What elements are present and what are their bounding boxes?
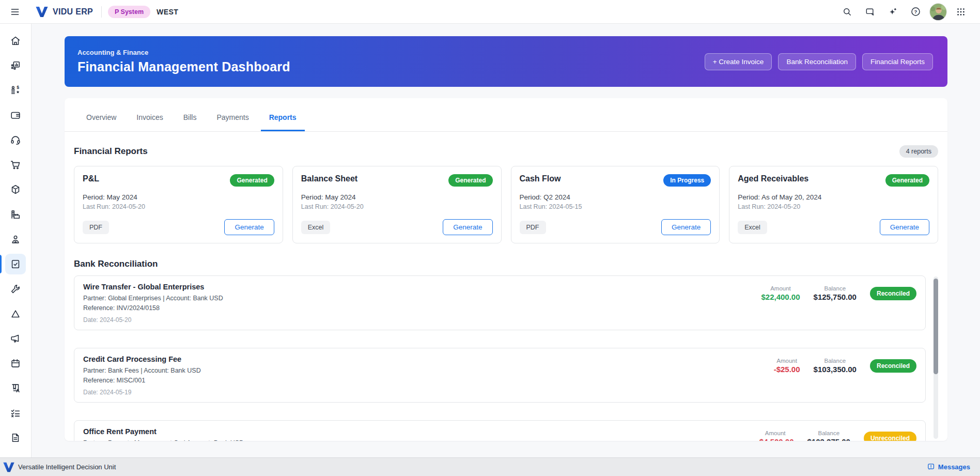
sidebar-item-inventory[interactable] xyxy=(5,179,26,200)
reconciliation-row[interactable]: Wire Transfer - Global Enterprises Partn… xyxy=(74,275,926,330)
sidebar-item-wallet[interactable] xyxy=(5,105,26,126)
region-label: WEST xyxy=(157,8,178,16)
report-last-run: Last Run: 2024-05-15 xyxy=(520,203,711,210)
page-title: Financial Management Dashboard xyxy=(77,59,290,74)
page-header-banner: Accounting & Finance Financial Managemen… xyxy=(65,36,947,87)
avatar[interactable] xyxy=(929,3,947,21)
amount-label: Amount xyxy=(761,285,800,291)
report-last-run: Last Run: 2024-05-20 xyxy=(301,203,493,210)
sidebar-item-hr[interactable] xyxy=(5,229,26,250)
sidebar-item-calendar[interactable] xyxy=(5,353,26,374)
status-badge: In Progress xyxy=(663,174,711,187)
apps-grid-icon[interactable] xyxy=(952,3,970,21)
reconciliation-status-badge: Reconciled xyxy=(870,359,916,373)
transaction-reference: Reference: INV/2024/0158 xyxy=(83,304,223,312)
report-period: Period: As of May 20, 2024 xyxy=(738,193,929,201)
reconciliation-row[interactable]: Office Rent Payment Partner: Property Ma… xyxy=(74,420,926,441)
balance-label: Balance xyxy=(814,285,857,291)
report-card-cash-flow: Cash Flow In Progress Period: Q2 2024 La… xyxy=(511,166,720,243)
amount-label: Amount xyxy=(774,358,800,364)
balance-value: $103,375.00 xyxy=(807,437,850,441)
format-chip: Excel xyxy=(738,221,767,234)
report-last-run: Last Run: 2024-05-20 xyxy=(83,203,274,210)
brand[interactable]: VIDU ERP xyxy=(35,6,93,18)
tab-reports[interactable]: Reports xyxy=(261,104,305,131)
report-title: P&L xyxy=(83,174,99,183)
messages-button[interactable]: Messages xyxy=(927,463,970,471)
report-card-pl: P&L Generated Period: May 2024 Last Run:… xyxy=(74,166,283,243)
chat-icon[interactable] xyxy=(861,3,879,21)
brand-name: VIDU ERP xyxy=(53,7,93,17)
report-card-aged-receivables: Aged Receivables Generated Period: As of… xyxy=(729,166,938,243)
tab-bills[interactable]: Bills xyxy=(175,104,205,131)
sidebar-item-sales[interactable]: $ xyxy=(5,80,26,101)
generate-button[interactable]: Generate xyxy=(443,219,492,235)
sidebar-item-analytics[interactable] xyxy=(5,55,26,76)
sidebar-item-tools[interactable] xyxy=(5,279,26,299)
transaction-partner: Partner: Bank Fees | Account: Bank USD xyxy=(83,367,201,374)
balance-value: $125,750.00 xyxy=(814,293,857,301)
footer-brand-text: Versatile Intelligent Decision Unit xyxy=(18,463,116,471)
bank-reconciliation-button[interactable]: Bank Reconciliation xyxy=(778,53,856,70)
transaction-title: Credit Card Processing Fee xyxy=(83,355,201,363)
transaction-title: Wire Transfer - Global Enterprises xyxy=(83,283,223,291)
generate-button[interactable]: Generate xyxy=(224,219,274,235)
amount-value: $22,400.00 xyxy=(761,293,800,301)
sidebar-item-marketing[interactable] xyxy=(5,328,26,349)
dashboard-card: Overview Invoices Bills Payments Reports… xyxy=(65,98,947,441)
svg-text:$: $ xyxy=(17,85,19,90)
sidebar: $ xyxy=(0,24,32,457)
sidebar-item-manufacturing[interactable] xyxy=(5,204,26,225)
search-icon[interactable] xyxy=(838,3,856,21)
transaction-reference: Reference: MISC/001 xyxy=(83,377,201,384)
report-period: Period: May 2024 xyxy=(301,193,493,201)
amount-value: -$25.00 xyxy=(774,365,800,374)
menu-icon[interactable] xyxy=(6,3,24,21)
balance-value: $103,350.00 xyxy=(814,365,857,374)
messages-label: Messages xyxy=(938,463,970,471)
main-content: Accounting & Finance Financial Managemen… xyxy=(32,24,980,457)
system-badge: P System xyxy=(108,6,150,18)
sidebar-item-quality[interactable] xyxy=(5,303,26,324)
scrollbar-track[interactable] xyxy=(934,277,938,439)
scrollbar-thumb[interactable] xyxy=(934,279,938,374)
ai-sparkle-icon[interactable] xyxy=(884,3,901,21)
sidebar-item-tasks[interactable] xyxy=(5,403,26,423)
sidebar-item-purchases[interactable] xyxy=(5,155,26,175)
generate-button[interactable]: Generate xyxy=(661,219,711,235)
format-chip: Excel xyxy=(301,221,331,234)
reconciliation-list: Wire Transfer - Global Enterprises Partn… xyxy=(74,275,938,441)
tab-overview[interactable]: Overview xyxy=(78,104,125,131)
sidebar-item-accounting[interactable] xyxy=(5,254,26,274)
report-card-balance-sheet: Balance Sheet Generated Period: May 2024… xyxy=(292,166,502,243)
status-badge: Generated xyxy=(230,174,274,187)
report-cards: P&L Generated Period: May 2024 Last Run:… xyxy=(74,166,938,243)
reconciliation-row[interactable]: Credit Card Processing Fee Partner: Bank… xyxy=(74,348,926,403)
sidebar-item-home[interactable] xyxy=(5,30,26,51)
tab-payments[interactable]: Payments xyxy=(208,104,257,131)
financial-reports-button[interactable]: Financial Reports xyxy=(862,53,933,70)
sidebar-item-learning[interactable] xyxy=(5,378,26,398)
topbar: VIDU ERP P System WEST ? xyxy=(0,0,980,24)
sidebar-item-support[interactable] xyxy=(5,130,26,150)
vidu-logo-icon xyxy=(35,6,49,18)
help-icon[interactable]: ? xyxy=(907,3,924,21)
reconciliation-status-badge: Reconciled xyxy=(870,287,916,300)
report-period: Period: May 2024 xyxy=(83,193,274,201)
transaction-date: Date: 2024-05-20 xyxy=(83,316,223,324)
tab-invoices[interactable]: Invoices xyxy=(128,104,171,131)
reconciliation-status-badge: Unreconciled xyxy=(864,432,916,441)
report-period: Period: Q2 2024 xyxy=(520,193,711,201)
report-last-run: Last Run: 2024-05-20 xyxy=(738,203,929,210)
financial-reports-title: Financial Reports xyxy=(74,146,148,157)
create-invoice-button[interactable]: + Create Invoice xyxy=(705,53,772,70)
sidebar-item-documents[interactable] xyxy=(5,427,26,448)
svg-text:?: ? xyxy=(914,9,917,14)
transaction-partner: Partner: Property Management Co | Accoun… xyxy=(83,439,244,441)
balance-label: Balance xyxy=(807,430,850,436)
bank-reconciliation-title: Bank Reconciliation xyxy=(74,259,938,269)
amount-value: -$4,500.00 xyxy=(757,437,794,441)
generate-button[interactable]: Generate xyxy=(880,219,929,235)
footer: Versatile Intelligent Decision Unit Mess… xyxy=(0,457,980,476)
balance-label: Balance xyxy=(814,358,857,364)
